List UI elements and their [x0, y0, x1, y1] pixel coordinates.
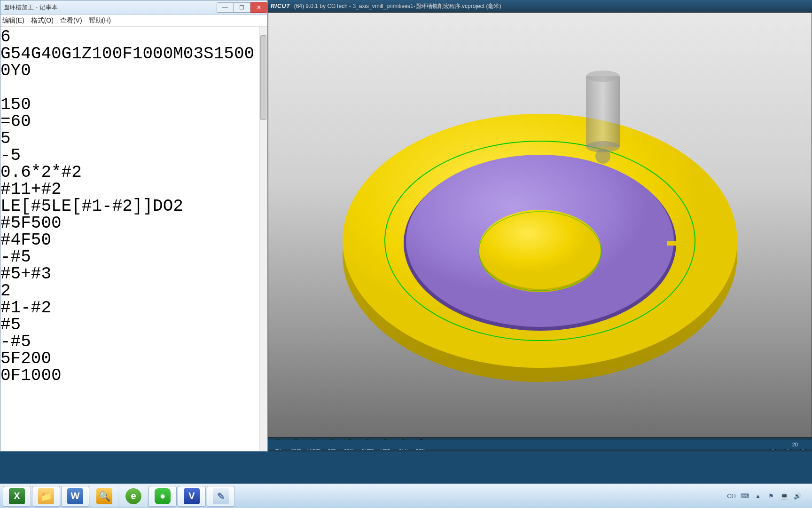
- ie-icon: e: [125, 488, 141, 504]
- flag-icon[interactable]: ⚑: [767, 492, 775, 500]
- magnifier-icon: 🔍: [96, 488, 112, 504]
- close-button[interactable]: ✕: [250, 2, 267, 13]
- notepad-menubar: 编辑(E) 格式(O) 查看(V) 帮助(H): [0, 15, 267, 27]
- excel-icon: X: [9, 488, 25, 504]
- svg-rect-8: [586, 76, 620, 147]
- bottom-readout: 20: [792, 442, 798, 447]
- taskbar-item-notepad[interactable]: ✎: [207, 486, 235, 507]
- taskbar-item-vericut[interactable]: V: [178, 486, 206, 507]
- tray-ime[interactable]: CH: [727, 492, 736, 500]
- tray-up-icon[interactable]: ▲: [754, 492, 762, 500]
- vericut-viewport[interactable]: [268, 12, 812, 437]
- network-icon[interactable]: 💻: [780, 492, 789, 500]
- taskbar-item-ie[interactable]: e: [119, 486, 148, 507]
- taskbar-item-wechat[interactable]: ●: [148, 486, 177, 507]
- explorer-icon: 📁: [38, 488, 54, 504]
- vericut-brand: RICUT: [271, 3, 290, 9]
- menu-format[interactable]: 格式(O): [31, 16, 54, 25]
- taskbar-item-word[interactable]: W: [61, 486, 89, 507]
- svg-point-9: [586, 71, 620, 82]
- vericut-titlebar[interactable]: RICUT (64) 9.0.1 by CGTech - 3_axis_vmil…: [268, 0, 812, 12]
- taskbar-item-excel[interactable]: X: [3, 486, 31, 507]
- maximize-button[interactable]: ☐: [234, 2, 250, 13]
- notepad-title: 圆环槽加工 - 记事本: [3, 3, 58, 12]
- scrollbar-thumb[interactable]: [260, 35, 266, 120]
- taskbar-item-magnifier[interactable]: 🔍: [90, 486, 118, 507]
- keyboard-icon[interactable]: ⌨: [741, 492, 749, 500]
- menu-edit[interactable]: 编辑(E): [2, 16, 24, 25]
- notepad-titlebar[interactable]: 圆环槽加工 - 记事本 — ☐ ✕: [0, 0, 267, 15]
- wechat-icon: ●: [155, 488, 171, 504]
- system-tray: CH ⌨ ▲ ⚑ 💻 🔊: [727, 492, 809, 500]
- vericut-window: RICUT (64) 9.0.1 by CGTech - 3_axis_vmil…: [268, 0, 812, 452]
- taskbar-item-explorer[interactable]: 📁: [32, 486, 60, 507]
- notepad-body: 6 G54G40G1Z100F1000M03S1500 0Y0 150 =60 …: [0, 27, 267, 451]
- menu-view[interactable]: 查看(V): [60, 16, 82, 25]
- disc-scene: [328, 67, 751, 396]
- svg-point-6: [479, 210, 601, 289]
- vericut-icon: V: [184, 488, 200, 504]
- vericut-title: (64) 9.0.1 by CGTech - 3_axis_vmill_prim…: [294, 2, 501, 10]
- word-icon: W: [67, 488, 83, 504]
- minimize-button[interactable]: —: [217, 2, 234, 13]
- volume-icon[interactable]: 🔊: [793, 492, 802, 500]
- notepad-scrollbar[interactable]: [259, 27, 267, 451]
- menu-help[interactable]: 帮助(H): [89, 16, 111, 25]
- notepad-window: 圆环槽加工 - 记事本 — ☐ ✕ 编辑(E) 格式(O) 查看(V) 帮助(H…: [0, 0, 268, 452]
- svg-point-11: [595, 149, 610, 164]
- notepad-icon: ✎: [213, 488, 229, 504]
- vericut-bottom-strip: 20: [268, 440, 812, 449]
- taskbar: X📁W🔍e●V✎ CH ⌨ ▲ ⚑ 💻 🔊: [0, 484, 812, 508]
- notepad-text[interactable]: 6 G54G40G1Z100F1000M03S1500 0Y0 150 =60 …: [0, 27, 267, 384]
